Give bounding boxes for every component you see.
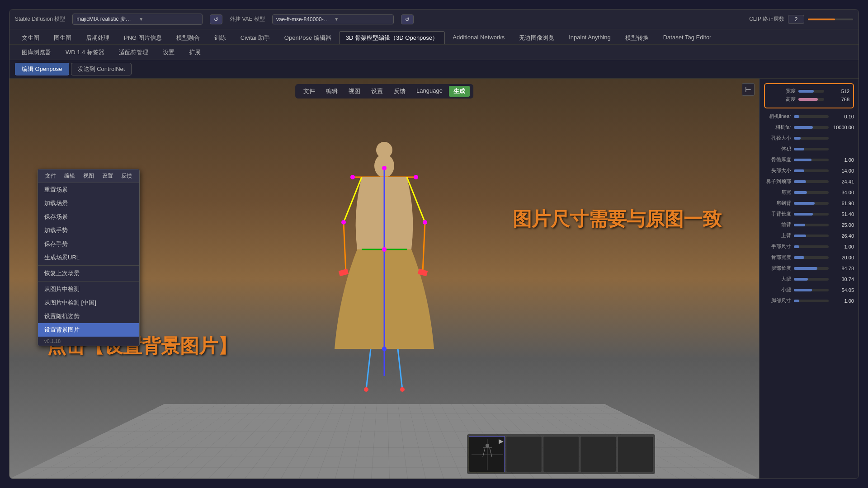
vmenu-generate[interactable]: 生成: [449, 86, 470, 97]
param-slider-fill-leg-length: [794, 267, 817, 270]
mini-viewport-3[interactable]: [580, 436, 616, 472]
param-slider-camera-far[interactable]: [794, 126, 829, 129]
cmenu-tab-file[interactable]: 文件: [42, 171, 60, 181]
tab-civitai[interactable]: Civitai 助手: [234, 31, 277, 44]
height-value[interactable]: 768: [827, 97, 849, 102]
tab-openpose[interactable]: OpenPose 编辑器: [278, 31, 338, 44]
tab-img2img[interactable]: 图生图: [47, 31, 78, 44]
tab-wildcard[interactable]: 适配符管理: [112, 46, 155, 59]
param-value-leg-length[interactable]: 84.78: [831, 266, 854, 271]
clip-slider[interactable]: [808, 19, 853, 20]
cmenu-tab-feedback[interactable]: 反馈: [118, 171, 136, 181]
clip-value[interactable]: 2: [788, 15, 804, 24]
mini-viewport-4[interactable]: [617, 436, 653, 472]
vmenu-feedback[interactable]: 反馈: [389, 86, 410, 97]
param-value-bone-thickness[interactable]: 1.00: [831, 157, 854, 163]
subtab-edit-openpose[interactable]: 编辑 Openpose: [15, 63, 69, 75]
param-slider-nose-neck[interactable]: [794, 180, 829, 183]
cmenu-restore-last[interactable]: 恢复上次场景: [38, 267, 139, 280]
param-slider-leg-length[interactable]: [794, 267, 829, 270]
param-slider-upper-arm[interactable]: [794, 235, 829, 237]
cmenu-set-bg-image[interactable]: 设置背景图片: [38, 323, 139, 337]
mini-vp-icon-play[interactable]: ▶: [499, 437, 504, 445]
cmenu-save-scene[interactable]: 保存场景: [38, 210, 139, 224]
vmenu-edit[interactable]: 编辑: [321, 86, 342, 97]
param-value-upper-arm[interactable]: 26.40: [831, 233, 854, 239]
cmenu-save-gesture[interactable]: 保存手势: [38, 237, 139, 251]
collapse-btn[interactable]: ⊢: [742, 83, 755, 96]
param-slider-head-size[interactable]: [794, 169, 829, 172]
cmenu-generate-url[interactable]: 生成场景URL: [38, 251, 139, 264]
param-value-calf[interactable]: 54.05: [831, 287, 854, 293]
param-value-shoulder-width[interactable]: 34.00: [831, 190, 854, 195]
param-slider-shoulder-arm[interactable]: [794, 202, 829, 205]
param-value-foot-size[interactable]: 1.00: [831, 298, 854, 304]
tab-model-convert[interactable]: 模型转换: [618, 31, 656, 44]
mini-viewport-1[interactable]: [506, 436, 542, 472]
clip-label: CLIP 终止层数: [749, 15, 784, 23]
mannequin: [316, 99, 452, 418]
vae-model-select[interactable]: vae-ft-mse-840000-ema-pruned.safetensors…: [272, 14, 394, 24]
cmenu-tab-edit[interactable]: 编辑: [61, 171, 79, 181]
tab-txt2img[interactable]: 文生图: [15, 31, 46, 44]
param-slider-hand-size[interactable]: [794, 245, 829, 248]
sd-model-refresh-btn[interactable]: ↺: [210, 14, 222, 24]
tab-extensions[interactable]: 扩展: [182, 46, 208, 59]
vmenu-language[interactable]: Language: [412, 86, 447, 97]
cmenu-load-scene[interactable]: 加载场景: [38, 197, 139, 210]
param-value-camera-linear[interactable]: 0.10: [831, 114, 854, 119]
tab-merge[interactable]: 模型融合: [170, 31, 207, 44]
cmenu-tab-settings[interactable]: 设置: [99, 171, 117, 181]
tab-png-info[interactable]: PNG 图片信息: [117, 31, 169, 44]
tab-infinite-browse[interactable]: 无边图像浏览: [512, 31, 561, 44]
vmenu-view[interactable]: 视图: [344, 86, 365, 97]
mini-viewport-0[interactable]: ▶: [469, 436, 505, 472]
tab-settings[interactable]: 设置: [156, 46, 181, 59]
param-value-nose-neck[interactable]: 24.41: [831, 179, 854, 184]
tab-gallery[interactable]: 图库浏览器: [15, 46, 58, 59]
cmenu-load-gesture[interactable]: 加载手势: [38, 224, 139, 237]
cmenu-detect-from-image[interactable]: 从图片中检测: [38, 282, 139, 296]
param-value-camera-far[interactable]: 10000.00: [831, 125, 854, 130]
vae-model-refresh-btn[interactable]: ↺: [401, 14, 414, 24]
subtab-send-controlnet[interactable]: 发送到 ControlNet: [71, 63, 132, 75]
tab-postprocess[interactable]: 后期处理: [79, 31, 116, 44]
tab-dataset-editor[interactable]: Dataset Tag Editor: [656, 31, 718, 44]
cmenu-set-random-pose[interactable]: 设置随机姿势: [38, 310, 139, 323]
param-slider-forearm[interactable]: [794, 224, 829, 226]
param-value-shoulder-arm[interactable]: 61.90: [831, 201, 854, 206]
param-slider-aperture[interactable]: [794, 137, 829, 140]
3d-viewport[interactable]: 文件 编辑 视图 设置 反馈 Language 生成: [9, 79, 759, 479]
cmenu-reset-scene[interactable]: 重置场景: [38, 183, 139, 197]
width-row: 宽度 512: [769, 88, 849, 94]
tab-additional-networks[interactable]: Additional Networks: [446, 31, 511, 44]
param-slider-camera-linear[interactable]: [794, 115, 829, 118]
height-slider[interactable]: [798, 98, 824, 101]
param-slider-hip-width[interactable]: [794, 256, 829, 259]
param-slider-thigh[interactable]: [794, 278, 829, 281]
tab-inpaint-anything[interactable]: Inpaint Anything: [562, 31, 618, 44]
param-slider-volume[interactable]: [794, 148, 829, 150]
param-value-hip-width[interactable]: 20.00: [831, 255, 854, 260]
param-slider-calf[interactable]: [794, 289, 829, 291]
param-value-forearm[interactable]: 25.00: [831, 222, 854, 228]
param-value-arm-length[interactable]: 51.40: [831, 211, 854, 217]
width-slider[interactable]: [798, 90, 824, 93]
vmenu-settings[interactable]: 设置: [367, 86, 387, 97]
param-slider-foot-size[interactable]: [794, 300, 829, 302]
tab-wd-tagger[interactable]: WD 1.4 标签器: [59, 46, 111, 59]
cmenu-detect-from-image-cn[interactable]: 从图片中检测 [中国]: [38, 296, 139, 310]
tab-3d-openpose[interactable]: 3D 骨架模型编辑（3D Openpose）: [339, 31, 445, 44]
cmenu-tab-view[interactable]: 视图: [80, 171, 98, 181]
param-value-thigh[interactable]: 30.74: [831, 277, 854, 282]
param-slider-bone-thickness[interactable]: [794, 159, 829, 161]
sd-model-select[interactable]: majicMIX realistic 麦橘写实_v6 (1).safetenso…: [72, 14, 203, 25]
tab-train[interactable]: 训练: [208, 31, 233, 44]
vmenu-file[interactable]: 文件: [299, 86, 320, 97]
param-value-hand-size[interactable]: 1.00: [831, 244, 854, 249]
param-value-head-size[interactable]: 14.00: [831, 168, 854, 174]
param-slider-shoulder-width[interactable]: [794, 191, 829, 194]
mini-viewport-2[interactable]: [543, 436, 579, 472]
param-slider-arm-length[interactable]: [794, 213, 829, 216]
width-value[interactable]: 512: [827, 89, 849, 94]
